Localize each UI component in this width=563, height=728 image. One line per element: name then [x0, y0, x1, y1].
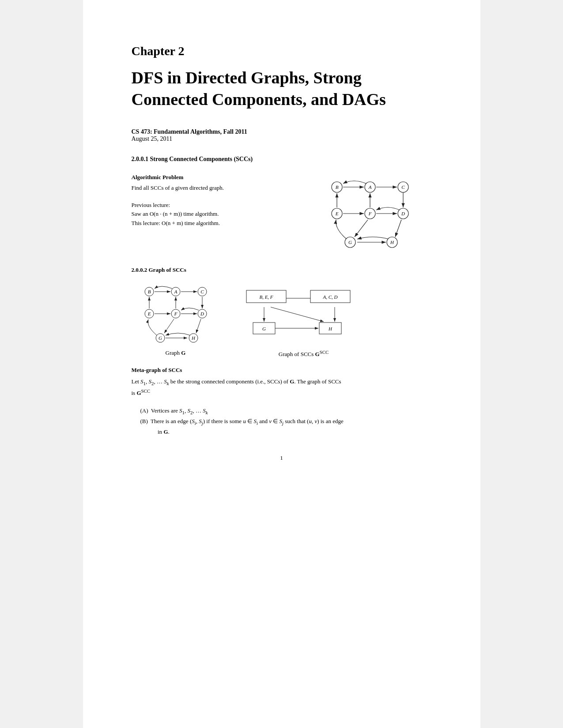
scc-graph-label: Graph of SCCs GSCC: [279, 349, 329, 358]
algo-problem-text: Find all SCCs of a given directed graph.: [132, 184, 291, 193]
graph-g-small-area: B A C E F D G H Graph G: [132, 281, 220, 356]
list-item-a: (A) Vertices are S1, S2, … Sk: [140, 406, 432, 417]
svg-text:B, E, F: B, E, F: [259, 294, 273, 300]
svg-text:F: F: [174, 311, 177, 316]
svg-text:G: G: [262, 326, 266, 331]
svg-line-10: [395, 220, 401, 237]
page-number: 1: [132, 454, 432, 462]
course-date: August 25, 2011: [132, 135, 432, 143]
scc-graph: B, E, F A, C, D G H: [242, 281, 366, 347]
svg-text:H: H: [328, 326, 333, 331]
svg-text:B: B: [335, 184, 338, 190]
algo-problem-title: Algorithmic Problem: [132, 174, 291, 181]
graph-g-large: B A C E F D G H: [315, 174, 425, 253]
graph-g-small: B A C E F D G H: [132, 281, 220, 347]
chapter-label: Chapter 2: [132, 44, 432, 58]
svg-line-35: [164, 319, 174, 333]
meta-text1: Let S1, S2, … Sk be the strong connected…: [132, 377, 432, 398]
graphs-row: B A C E F D G H Graph G: [132, 281, 432, 358]
svg-text:B: B: [147, 289, 151, 294]
svg-text:H: H: [390, 240, 394, 245]
previous-lecture: Previous lecture: Saw an O(n · (n + m)) …: [132, 201, 291, 228]
chapter-title: DFS in Directed Graphs, StrongConnected …: [132, 67, 432, 111]
section2: 2.0.0.2 Graph of SCCs: [132, 266, 432, 358]
course-info: CS 473: Fundamental Algorithms, Fall 201…: [132, 128, 432, 143]
section2-heading: 2.0.0.2 Graph of SCCs: [132, 266, 432, 274]
meta-title: Meta-graph of SCCs: [132, 367, 432, 374]
svg-text:F: F: [368, 211, 371, 216]
scc-graph-area: B, E, F A, C, D G H Graph of SCCs GSCC: [242, 281, 366, 358]
svg-line-56: [271, 307, 324, 322]
svg-line-37: [196, 319, 201, 333]
svg-text:C: C: [401, 184, 405, 190]
section1-content: Algorithmic Problem Find all SCCs of a g…: [132, 174, 432, 253]
svg-line-8: [355, 220, 368, 237]
list-item-b: (B) There is an edge (Si, Sj) if there i…: [140, 417, 432, 437]
svg-text:H: H: [191, 335, 196, 341]
svg-text:D: D: [200, 311, 204, 316]
right-column-graph: B A C E F D G H: [308, 174, 432, 253]
svg-text:A: A: [368, 184, 371, 190]
svg-text:G: G: [159, 335, 162, 341]
find-sccs-text: Find all SCCs of a given directed graph.: [132, 184, 224, 191]
svg-text:E: E: [147, 311, 151, 316]
page: Chapter 2 DFS in Directed Graphs, Strong…: [83, 0, 480, 728]
graph-g-label: Graph G: [166, 349, 186, 356]
svg-text:C: C: [200, 289, 204, 294]
left-column: Algorithmic Problem Find all SCCs of a g…: [132, 174, 291, 228]
course-name: CS 473: Fundamental Algorithms, Fall 201…: [132, 128, 432, 135]
svg-text:D: D: [401, 211, 405, 216]
svg-text:G: G: [348, 240, 352, 245]
section1-heading: 2.0.0.1 Strong Connected Components (SCC…: [132, 156, 432, 163]
svg-text:A: A: [174, 289, 177, 294]
svg-text:E: E: [335, 211, 338, 216]
svg-text:A, C, D: A, C, D: [322, 294, 337, 300]
meta-section: Meta-graph of SCCs Let S1, S2, … Sk be t…: [132, 367, 432, 437]
